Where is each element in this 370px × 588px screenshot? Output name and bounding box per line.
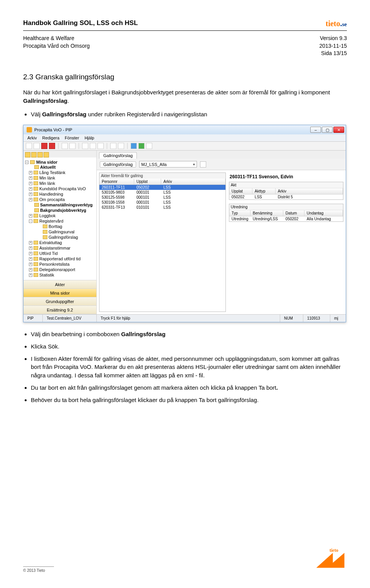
delete-icon[interactable] xyxy=(49,143,55,149)
tree-item[interactable]: Gallringsurval xyxy=(29,229,95,235)
tool-icon[interactable] xyxy=(118,143,124,149)
tree-item[interactable]: +Min länk xyxy=(29,181,95,186)
sidetab-icon[interactable] xyxy=(37,152,43,157)
folder-icon xyxy=(34,203,39,207)
tree-item[interactable]: -Registervård xyxy=(29,218,95,224)
tree-expand-icon[interactable]: + xyxy=(29,252,32,255)
tree-expand-icon[interactable]: + xyxy=(29,182,32,185)
list-row[interactable]: 530125-5598000101LSS xyxy=(99,195,225,200)
menu-redigera[interactable]: Redigera xyxy=(42,136,59,140)
nav-button[interactable]: Akter xyxy=(24,280,96,289)
nav-button[interactable]: Mina sidor xyxy=(24,289,96,297)
tree-expand-icon[interactable]: + xyxy=(29,187,32,191)
tool-icon[interactable] xyxy=(98,143,104,149)
tool-icon[interactable] xyxy=(110,143,116,149)
nav-button[interactable]: Grunduppgifter xyxy=(24,297,96,306)
nav-button[interactable]: Ersättning 9.2 xyxy=(24,306,96,314)
tree-label: Delegationsrapport xyxy=(39,267,75,272)
akt-row[interactable]: 050202 LSS Distrikt 5 xyxy=(229,194,343,199)
tree-item[interactable]: +Personkretslista xyxy=(29,261,95,267)
akt-col-upplat[interactable]: Upplat xyxy=(229,188,252,194)
tree-item[interactable]: +Min länk xyxy=(29,175,95,181)
tree-expand-icon[interactable]: + xyxy=(29,246,32,250)
tree-expand-icon[interactable]: + xyxy=(29,171,32,174)
minimize-button[interactable]: – xyxy=(310,127,321,133)
maximize-button[interactable]: ▢ xyxy=(322,127,333,133)
info-icon[interactable] xyxy=(131,143,137,149)
search-icon[interactable] xyxy=(69,143,76,149)
tool-icon[interactable] xyxy=(90,143,96,149)
tree-collapse-icon[interactable]: - xyxy=(29,219,32,223)
list-cell: 530108-1558 xyxy=(99,200,134,205)
tree-item[interactable]: +Rapporterad utförd tid xyxy=(29,256,95,261)
tree-expand-icon[interactable]: + xyxy=(29,193,32,196)
tree-item[interactable]: +Statistik xyxy=(29,272,95,278)
utr-col-undantag[interactable]: Undantag xyxy=(304,210,343,216)
delete-icon[interactable] xyxy=(41,143,47,149)
menu-arkiv[interactable]: Arkiv xyxy=(27,136,37,140)
titlebar[interactable]: Procapita VoO - PIP – ▢ ✕ xyxy=(24,125,346,134)
menu-fonster[interactable]: Fönster xyxy=(65,136,79,140)
list-row[interactable]: 530105-9803000101LSS xyxy=(99,190,225,195)
col-personnr[interactable]: Personnr xyxy=(99,179,134,184)
folder-icon xyxy=(34,251,38,255)
sidetab-icon[interactable] xyxy=(44,152,49,157)
tree-expand-icon[interactable]: + xyxy=(29,241,32,245)
list-row[interactable]: 530108-1558000101LSS xyxy=(99,200,225,205)
tree-item[interactable]: +Handledning xyxy=(29,191,95,197)
tool-icon[interactable] xyxy=(26,143,32,149)
tool-icon[interactable] xyxy=(146,143,152,149)
tree-item[interactable]: Borttag xyxy=(29,224,95,229)
tree-item[interactable]: +Loggbok xyxy=(29,213,95,218)
col-upplat[interactable]: Upplat xyxy=(134,179,161,184)
b1c: under rubriken Registervård i navigering… xyxy=(86,111,207,117)
utr-row[interactable]: Utredning Utredning/LSS 050202 Alla Unda… xyxy=(229,216,343,221)
tree-item[interactable]: +Utförd Tid xyxy=(29,251,95,256)
tree-expand-icon[interactable]: + xyxy=(29,214,32,218)
tree-expand-icon[interactable]: + xyxy=(29,268,32,271)
tree-item[interactable]: +Kundstöd Procapita VoO xyxy=(29,186,95,191)
tree-item[interactable]: +Assistanstimmar xyxy=(29,245,95,251)
folder-icon xyxy=(34,181,38,185)
tree-expand-icon[interactable]: + xyxy=(29,273,32,277)
subhead-left-2: Procapita Vård och Omsorg xyxy=(23,42,90,50)
sidetab-icon[interactable] xyxy=(25,152,30,157)
tree-item[interactable]: Gallringsförslag xyxy=(29,235,95,240)
gallringsforslag-combo[interactable]: MJ_LSS_Alla xyxy=(139,161,197,168)
utr-col-typ[interactable]: Typ xyxy=(229,210,251,216)
tree-collapse-icon[interactable]: – xyxy=(25,161,29,164)
subtab-gallringsforslag[interactable]: Gallringsförslag xyxy=(100,161,136,168)
help-icon[interactable] xyxy=(138,143,145,149)
tree-expand-icon[interactable]: + xyxy=(29,176,32,180)
close-button[interactable]: ✕ xyxy=(333,127,344,133)
utr-col-benamning[interactable]: Benämning xyxy=(251,210,283,216)
utr-col-datum[interactable]: Datum xyxy=(283,210,304,216)
tool-icon[interactable] xyxy=(62,143,68,149)
sidetab-icon[interactable] xyxy=(31,152,37,157)
tab-gallringsforslag[interactable]: Gallringsförslag xyxy=(99,152,137,159)
search-button[interactable] xyxy=(200,161,206,168)
tree-root[interactable]: Mina sidor xyxy=(36,160,57,164)
tree-expand-icon[interactable]: + xyxy=(29,198,32,201)
col-arkiv[interactable]: Arkiv xyxy=(161,179,225,184)
tree-label: Registervård xyxy=(39,219,63,223)
akt-col-arkiv[interactable]: Arkiv xyxy=(276,188,343,194)
tree-item[interactable]: +Om procapita xyxy=(29,197,95,202)
tree-expand-icon[interactable]: + xyxy=(29,257,32,261)
menu-hjalp[interactable]: Hjälp xyxy=(84,136,94,140)
list-row[interactable]: 260311-TF11050202LSS xyxy=(99,185,225,190)
tree-item[interactable]: Bakgrundsjobbverktyg xyxy=(29,208,95,213)
akt-col-akttyp[interactable]: Akttyp xyxy=(252,188,276,194)
folder-icon xyxy=(34,187,38,191)
separator xyxy=(107,143,107,149)
list-row[interactable]: 620331-TF13010101LSS xyxy=(99,205,225,210)
tree-item[interactable]: +Extraktuttag xyxy=(29,240,95,245)
tree-label: Loggbok xyxy=(39,213,56,218)
tree-item[interactable]: +Delegationsrapport xyxy=(29,267,95,272)
tree-item[interactable]: Sammanställningsverktyg xyxy=(29,202,95,208)
tool-icon[interactable] xyxy=(82,143,88,149)
tree-expand-icon[interactable]: + xyxy=(29,263,32,266)
tree-item[interactable]: Aktuellt xyxy=(29,164,95,170)
tree-item[interactable]: +Lång Testlänk xyxy=(29,170,95,175)
tool-icon[interactable] xyxy=(34,143,40,149)
